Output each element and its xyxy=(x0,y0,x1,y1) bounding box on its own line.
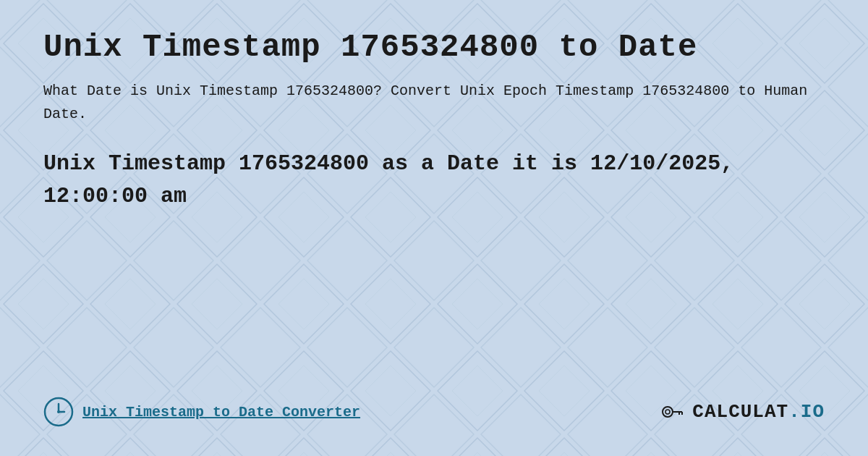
page-description: What Date is Unix Timestamp 1765324800? … xyxy=(43,80,825,126)
logo-suffix: .IO xyxy=(788,401,825,423)
page-title: Unix Timestamp 1765324800 to Date xyxy=(43,29,825,65)
svg-point-11 xyxy=(665,410,670,414)
footer-link-area[interactable]: Unix Timestamp to Date Converter xyxy=(43,397,360,427)
logo-icon xyxy=(660,399,686,425)
svg-point-10 xyxy=(663,407,673,417)
footer-converter-link[interactable]: Unix Timestamp to Date Converter xyxy=(82,404,360,421)
svg-point-9 xyxy=(57,410,60,413)
result-text: Unix Timestamp 1765324800 as a Date it i… xyxy=(43,148,825,213)
logo-prefix: CALCULAT xyxy=(692,401,788,423)
logo-text: CALCULAT.IO xyxy=(692,401,825,423)
clock-icon xyxy=(43,397,74,427)
logo-area: CALCULAT.IO xyxy=(660,399,825,425)
